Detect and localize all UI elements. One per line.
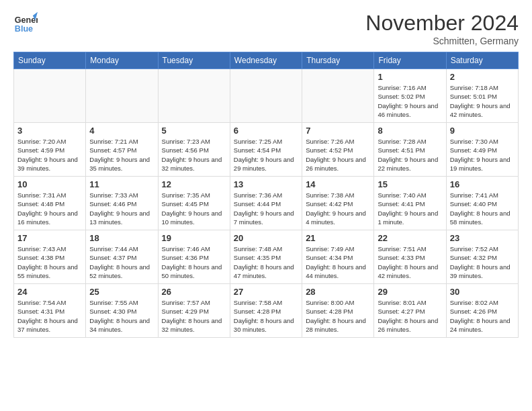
- calendar-cell: 14Sunrise: 7:38 AM Sunset: 4:42 PM Dayli…: [302, 177, 374, 230]
- page: General Blue November 2024 Schmitten, Ge…: [0, 0, 532, 345]
- calendar-cell: 26Sunrise: 7:57 AM Sunset: 4:29 PM Dayli…: [158, 284, 230, 338]
- day-number: 17: [17, 233, 82, 243]
- logo-icon: General Blue: [13, 11, 38, 35]
- day-number: 20: [234, 233, 298, 243]
- day-number: 19: [162, 233, 226, 243]
- day-info: Sunrise: 7:58 AM Sunset: 4:28 PM Dayligh…: [234, 298, 298, 334]
- header-friday: Friday: [374, 52, 446, 69]
- day-info: Sunrise: 7:26 AM Sunset: 4:52 PM Dayligh…: [306, 137, 370, 173]
- calendar-cell: 24Sunrise: 7:54 AM Sunset: 4:31 PM Dayli…: [14, 284, 86, 338]
- calendar-cell: 6Sunrise: 7:25 AM Sunset: 4:54 PM Daylig…: [230, 123, 302, 177]
- day-number: 4: [89, 126, 154, 136]
- day-info: Sunrise: 7:40 AM Sunset: 4:41 PM Dayligh…: [378, 191, 442, 226]
- header-monday: Monday: [86, 52, 158, 69]
- day-number: 22: [378, 233, 442, 243]
- day-number: 11: [89, 179, 154, 189]
- day-info: Sunrise: 7:16 AM Sunset: 5:02 PM Dayligh…: [378, 83, 442, 119]
- calendar-cell: [302, 69, 374, 123]
- calendar-cell: 22Sunrise: 7:51 AM Sunset: 4:33 PM Dayli…: [374, 230, 446, 284]
- day-info: Sunrise: 7:36 AM Sunset: 4:44 PM Dayligh…: [234, 191, 298, 226]
- day-number: 8: [378, 126, 442, 136]
- day-info: Sunrise: 8:02 AM Sunset: 4:26 PM Dayligh…: [450, 298, 515, 334]
- day-info: Sunrise: 7:25 AM Sunset: 4:54 PM Dayligh…: [234, 137, 298, 173]
- calendar-cell: 19Sunrise: 7:46 AM Sunset: 4:36 PM Dayli…: [158, 230, 230, 284]
- day-number: 12: [162, 179, 226, 189]
- header-thursday: Thursday: [302, 52, 374, 69]
- day-number: 5: [162, 126, 226, 136]
- day-info: Sunrise: 7:20 AM Sunset: 4:59 PM Dayligh…: [17, 137, 82, 173]
- calendar-cell: 15Sunrise: 7:40 AM Sunset: 4:41 PM Dayli…: [374, 177, 446, 230]
- calendar-cell: 12Sunrise: 7:35 AM Sunset: 4:45 PM Dayli…: [158, 177, 230, 230]
- day-number: 30: [450, 287, 515, 297]
- day-number: 26: [162, 287, 226, 297]
- day-info: Sunrise: 7:55 AM Sunset: 4:30 PM Dayligh…: [89, 298, 154, 334]
- calendar-cell: 9Sunrise: 7:30 AM Sunset: 4:49 PM Daylig…: [446, 123, 518, 177]
- calendar-cell: 2Sunrise: 7:18 AM Sunset: 5:01 PM Daylig…: [446, 69, 518, 123]
- day-info: Sunrise: 7:18 AM Sunset: 5:01 PM Dayligh…: [450, 83, 515, 119]
- title-block: November 2024 Schmitten, Germany: [365, 11, 519, 46]
- day-info: Sunrise: 7:48 AM Sunset: 4:35 PM Dayligh…: [234, 244, 298, 280]
- day-number: 7: [306, 126, 370, 136]
- header-tuesday: Tuesday: [158, 52, 230, 69]
- calendar-cell: 8Sunrise: 7:28 AM Sunset: 4:51 PM Daylig…: [374, 123, 446, 177]
- calendar-cell: 28Sunrise: 8:00 AM Sunset: 4:28 PM Dayli…: [302, 284, 374, 338]
- day-info: Sunrise: 7:28 AM Sunset: 4:51 PM Dayligh…: [378, 137, 442, 173]
- calendar-week-0: 1Sunrise: 7:16 AM Sunset: 5:02 PM Daylig…: [14, 69, 519, 123]
- day-info: Sunrise: 7:35 AM Sunset: 4:45 PM Dayligh…: [162, 191, 226, 226]
- day-info: Sunrise: 7:54 AM Sunset: 4:31 PM Dayligh…: [17, 298, 82, 334]
- calendar-cell: 25Sunrise: 7:55 AM Sunset: 4:30 PM Dayli…: [86, 284, 158, 338]
- calendar-cell: [158, 69, 230, 123]
- calendar-cell: 16Sunrise: 7:41 AM Sunset: 4:40 PM Dayli…: [446, 177, 518, 230]
- calendar-cell: 5Sunrise: 7:23 AM Sunset: 4:56 PM Daylig…: [158, 123, 230, 177]
- calendar-cell: [230, 69, 302, 123]
- day-number: 6: [234, 126, 298, 136]
- calendar-cell: 29Sunrise: 8:01 AM Sunset: 4:27 PM Dayli…: [374, 284, 446, 338]
- calendar-cell: 13Sunrise: 7:36 AM Sunset: 4:44 PM Dayli…: [230, 177, 302, 230]
- calendar-cell: 27Sunrise: 7:58 AM Sunset: 4:28 PM Dayli…: [230, 284, 302, 338]
- calendar-week-3: 17Sunrise: 7:43 AM Sunset: 4:38 PM Dayli…: [14, 230, 519, 284]
- day-number: 16: [450, 179, 515, 189]
- day-number: 23: [450, 233, 515, 243]
- calendar-cell: 11Sunrise: 7:33 AM Sunset: 4:46 PM Dayli…: [86, 177, 158, 230]
- calendar-table: Sunday Monday Tuesday Wednesday Thursday…: [13, 52, 519, 338]
- calendar-cell: 1Sunrise: 7:16 AM Sunset: 5:02 PM Daylig…: [374, 69, 446, 123]
- header-wednesday: Wednesday: [230, 52, 302, 69]
- calendar-cell: [14, 69, 86, 123]
- day-info: Sunrise: 7:33 AM Sunset: 4:46 PM Dayligh…: [89, 191, 154, 226]
- day-info: Sunrise: 7:46 AM Sunset: 4:36 PM Dayligh…: [162, 244, 226, 280]
- day-number: 1: [378, 72, 442, 82]
- day-info: Sunrise: 7:21 AM Sunset: 4:57 PM Dayligh…: [89, 137, 154, 173]
- day-info: Sunrise: 7:23 AM Sunset: 4:56 PM Dayligh…: [162, 137, 226, 173]
- day-number: 3: [17, 126, 82, 136]
- header-saturday: Saturday: [446, 52, 518, 69]
- day-number: 25: [89, 287, 154, 297]
- day-number: 2: [450, 72, 515, 82]
- calendar-cell: 21Sunrise: 7:49 AM Sunset: 4:34 PM Dayli…: [302, 230, 374, 284]
- day-info: Sunrise: 8:00 AM Sunset: 4:28 PM Dayligh…: [306, 298, 370, 334]
- day-info: Sunrise: 7:41 AM Sunset: 4:40 PM Dayligh…: [450, 191, 515, 226]
- calendar-cell: 17Sunrise: 7:43 AM Sunset: 4:38 PM Dayli…: [14, 230, 86, 284]
- calendar-cell: 18Sunrise: 7:44 AM Sunset: 4:37 PM Dayli…: [86, 230, 158, 284]
- header: General Blue November 2024 Schmitten, Ge…: [13, 11, 519, 46]
- day-number: 18: [89, 233, 154, 243]
- calendar-week-4: 24Sunrise: 7:54 AM Sunset: 4:31 PM Dayli…: [14, 284, 519, 338]
- calendar-cell: 30Sunrise: 8:02 AM Sunset: 4:26 PM Dayli…: [446, 284, 518, 338]
- day-info: Sunrise: 8:01 AM Sunset: 4:27 PM Dayligh…: [378, 298, 442, 334]
- header-sunday: Sunday: [14, 52, 86, 69]
- day-number: 24: [17, 287, 82, 297]
- day-info: Sunrise: 7:49 AM Sunset: 4:34 PM Dayligh…: [306, 244, 370, 280]
- month-title: November 2024: [365, 11, 519, 36]
- day-info: Sunrise: 7:52 AM Sunset: 4:32 PM Dayligh…: [450, 244, 515, 280]
- day-info: Sunrise: 7:38 AM Sunset: 4:42 PM Dayligh…: [306, 191, 370, 226]
- calendar-cell: 4Sunrise: 7:21 AM Sunset: 4:57 PM Daylig…: [86, 123, 158, 177]
- calendar-cell: 3Sunrise: 7:20 AM Sunset: 4:59 PM Daylig…: [14, 123, 86, 177]
- location: Schmitten, Germany: [365, 36, 519, 46]
- day-info: Sunrise: 7:57 AM Sunset: 4:29 PM Dayligh…: [162, 298, 226, 334]
- calendar-cell: 7Sunrise: 7:26 AM Sunset: 4:52 PM Daylig…: [302, 123, 374, 177]
- weekday-header-row: Sunday Monday Tuesday Wednesday Thursday…: [14, 52, 519, 69]
- day-number: 9: [450, 126, 515, 136]
- calendar-cell: 23Sunrise: 7:52 AM Sunset: 4:32 PM Dayli…: [446, 230, 518, 284]
- calendar-week-1: 3Sunrise: 7:20 AM Sunset: 4:59 PM Daylig…: [14, 123, 519, 177]
- svg-text:Blue: Blue: [15, 24, 33, 34]
- day-info: Sunrise: 7:43 AM Sunset: 4:38 PM Dayligh…: [17, 244, 82, 280]
